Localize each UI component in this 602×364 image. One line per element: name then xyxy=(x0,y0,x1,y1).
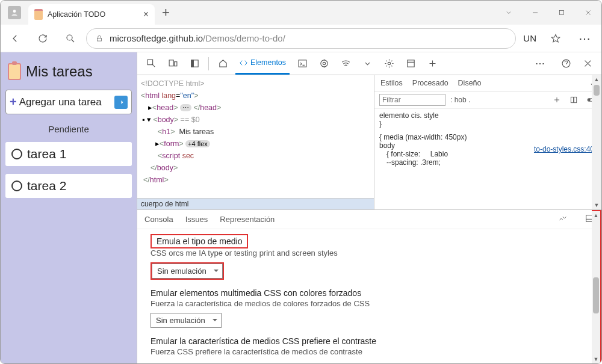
devtools-more-icon[interactable]: ⋯ xyxy=(528,58,553,69)
prefers-contrast-label: Emular la característica de medios CSS p… xyxy=(150,336,588,346)
media-type-select[interactable]: Sin emulación xyxy=(152,264,223,279)
rendering-panel: Emula el tipo de medio CSS orcs me IA ty… xyxy=(137,229,601,364)
svg-rect-11 xyxy=(299,60,306,67)
svg-line-4 xyxy=(72,40,74,42)
tab-diseno[interactable]: Diseño xyxy=(458,79,482,87)
plus-icon: + xyxy=(10,95,17,109)
tab-title: Aplicación TODO xyxy=(48,10,105,19)
svg-rect-24 xyxy=(571,97,573,102)
scroll-thumb[interactable] xyxy=(594,85,600,96)
browser-tab[interactable]: Aplicación TODO × xyxy=(28,4,155,25)
search-icon[interactable] xyxy=(58,26,82,51)
svg-rect-17 xyxy=(407,60,414,67)
dom-tree[interactable]: <!DOCTYPE html> <html lang="en"> ▸<head>… xyxy=(137,75,374,209)
maximize-button[interactable] xyxy=(548,1,575,25)
minimize-button[interactable] xyxy=(522,1,548,25)
new-style-icon[interactable] xyxy=(551,94,563,106)
svg-rect-2 xyxy=(560,11,564,15)
add-tab-icon[interactable] xyxy=(423,55,441,73)
page-content: Mis tareas + Agregar una tarea Pendiente… xyxy=(1,52,137,364)
styles-filter-input[interactable] xyxy=(379,94,445,106)
performance-icon[interactable] xyxy=(380,55,398,73)
close-window-button[interactable] xyxy=(575,1,601,25)
styles-pane: Estilos Procesado Diseño ⌄ : hob . eleme… xyxy=(374,75,601,209)
clipboard-icon xyxy=(8,63,21,80)
tab-consola[interactable]: Consola xyxy=(144,215,173,224)
new-tab-button[interactable]: + xyxy=(162,5,170,20)
flexbox-icon[interactable] xyxy=(568,94,580,106)
devtools-drawer: Consola Issues Representación Emula el t… xyxy=(137,209,601,364)
svg-rect-8 xyxy=(174,62,176,66)
add-task-input[interactable]: + Agregar una tarea xyxy=(5,90,132,114)
svg-rect-10 xyxy=(191,60,193,67)
tab-procesado[interactable]: Procesado xyxy=(412,79,448,87)
tab-issues[interactable]: Issues xyxy=(185,215,208,224)
pending-heading: Pendiente xyxy=(5,124,132,134)
help-icon[interactable] xyxy=(557,55,575,73)
tab-estilos[interactable]: Estilos xyxy=(380,79,403,87)
close-tab-icon[interactable]: × xyxy=(143,9,149,20)
emulate-media-type-label: Emula el tipo de medio xyxy=(150,234,248,248)
drawer-scrollbar[interactable]: ▲ ▼ xyxy=(592,210,601,364)
svg-rect-7 xyxy=(169,60,173,66)
app-heading: Mis tareas xyxy=(26,63,93,80)
refresh-button[interactable] xyxy=(31,26,55,51)
console-icon[interactable] xyxy=(293,55,311,73)
app-title: Mis tareas xyxy=(5,60,132,84)
css-source-link[interactable]: to-do-styles.css:40 xyxy=(534,145,594,153)
tab-favicon xyxy=(34,9,43,20)
devtools-toolbar: Elementos ⋯ xyxy=(137,52,601,75)
network-icon[interactable] xyxy=(337,55,355,73)
submit-task-button[interactable] xyxy=(114,96,128,109)
scroll-up-icon[interactable]: ▲ xyxy=(594,75,600,84)
svg-rect-25 xyxy=(574,97,577,102)
scroll-thumb[interactable] xyxy=(593,277,599,313)
url-text: microsoftedge.github.io/Demos/demo-to-do… xyxy=(110,33,285,43)
svg-point-12 xyxy=(323,62,325,64)
styles-rules[interactable]: elemento cis. style } { media (max-width… xyxy=(374,109,601,209)
svg-point-0 xyxy=(13,10,16,13)
svg-rect-5 xyxy=(98,38,102,41)
lock-icon xyxy=(95,34,104,43)
profile-avatar[interactable] xyxy=(8,6,21,19)
welcome-icon[interactable] xyxy=(214,55,232,73)
svg-point-3 xyxy=(67,35,72,40)
application-icon[interactable] xyxy=(402,55,420,73)
expand-drawer-icon[interactable] xyxy=(558,214,568,225)
url-bar: microsoftedge.github.io/Demos/demo-to-do… xyxy=(1,25,601,52)
inspect-icon[interactable] xyxy=(142,55,160,73)
dock-icon[interactable] xyxy=(185,55,203,73)
sources-icon[interactable] xyxy=(315,55,333,73)
tab-elements[interactable]: Elementos xyxy=(235,52,290,75)
svg-point-13 xyxy=(320,60,327,67)
close-devtools-icon[interactable] xyxy=(579,55,597,73)
profile-badge[interactable]: UN xyxy=(520,33,540,43)
task-item[interactable]: tarea 1 xyxy=(5,142,132,166)
radio-icon[interactable] xyxy=(11,149,22,159)
forced-colors-label: Emular elementos multimedia CSS con colo… xyxy=(150,288,588,298)
radio-icon[interactable] xyxy=(11,180,22,191)
scroll-down-icon[interactable]: ▼ xyxy=(594,201,600,209)
dom-breadcrumb[interactable]: cuerpo de html xyxy=(137,198,374,209)
forced-colors-select[interactable]: Sin emulación xyxy=(150,313,222,328)
scroll-up-icon[interactable]: ▲ xyxy=(594,211,599,220)
scroll-down-icon[interactable]: ▼ xyxy=(594,355,599,363)
device-toggle-icon[interactable] xyxy=(164,55,182,73)
more-tabs-icon[interactable] xyxy=(358,55,376,73)
task-item[interactable]: tarea 2 xyxy=(5,174,132,198)
favorite-icon[interactable] xyxy=(544,26,568,51)
svg-point-16 xyxy=(388,62,390,64)
devtools-panel: Elementos ⋯ <!DOCTYPE html> <html lang="… xyxy=(137,52,601,364)
svg-point-27 xyxy=(588,99,591,101)
more-menu-icon[interactable]: ⋯ xyxy=(571,31,599,46)
tab-representacion[interactable]: Representación xyxy=(220,215,275,224)
scrollbar[interactable]: ▲ ▼ xyxy=(592,75,601,209)
address-box[interactable]: microsoftedge.github.io/Demos/demo-to-do… xyxy=(86,28,516,49)
add-task-label: Agregar una tarea xyxy=(19,96,102,108)
hov-toggle[interactable]: : hob . xyxy=(450,96,470,104)
window-titlebar: Aplicación TODO × + xyxy=(1,1,601,25)
chevron-down-icon[interactable] xyxy=(495,1,522,25)
back-button[interactable] xyxy=(3,26,27,51)
